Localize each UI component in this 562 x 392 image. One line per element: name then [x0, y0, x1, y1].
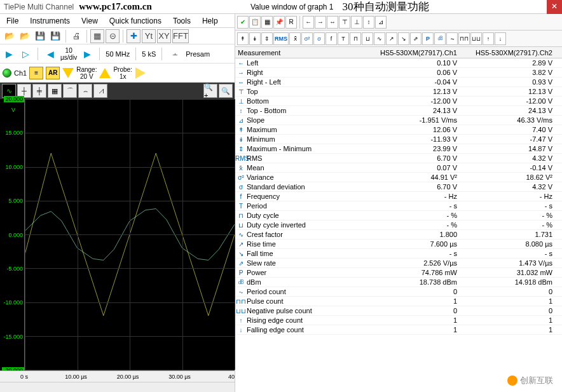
- table-row[interactable]: ⇕Maximum - Minimum23.99 V14.87 V: [235, 144, 562, 154]
- xy-icon[interactable]: XY: [157, 29, 171, 43]
- table-row[interactable]: ⊓Duty cycle- %- %: [235, 211, 562, 220]
- recent-icon[interactable]: 📂: [18, 29, 32, 43]
- graph-icon[interactable]: ▦: [90, 29, 104, 43]
- vw-slope-icon[interactable]: ⊿: [375, 16, 387, 29]
- presample-label[interactable]: Presam: [186, 50, 210, 58]
- vw-copy-icon[interactable]: 📋: [249, 16, 261, 29]
- close-button[interactable]: ✕: [547, 0, 562, 14]
- dec-range-icon[interactable]: [62, 68, 74, 78]
- yt-icon[interactable]: Yt: [142, 29, 156, 43]
- table-row[interactable]: ↑Rising edge count11: [235, 316, 562, 325]
- table-row[interactable]: ↟Maximum12.06 V7.40 V: [235, 125, 562, 135]
- graph-area[interactable]: 20.00015.00010.0005.0000.000-5.000-10.00…: [0, 99, 235, 370]
- sample-freq[interactable]: 50 MHz: [106, 50, 130, 58]
- col-measurement[interactable]: Measurement: [235, 49, 362, 57]
- vw-fedge-icon[interactable]: ↓: [495, 32, 506, 45]
- ch1-led-icon[interactable]: [3, 69, 11, 78]
- vw-left-icon[interactable]: ←: [303, 16, 314, 29]
- vw-freq-icon[interactable]: f: [326, 32, 337, 45]
- saveas-icon[interactable]: 💾: [48, 29, 62, 43]
- cursor2-icon[interactable]: ╪: [32, 84, 46, 98]
- col-ch1[interactable]: HS5-530XM(27917).Ch1: [362, 49, 461, 57]
- table-row[interactable]: TPeriod- s- s: [235, 201, 562, 211]
- col-ch2[interactable]: HS5-530XM(27917).Ch2: [461, 49, 556, 57]
- menu-view[interactable]: View: [81, 17, 98, 25]
- single-button[interactable]: ▷: [19, 48, 32, 60]
- menu-help[interactable]: Help: [202, 17, 218, 25]
- save-icon[interactable]: 💾: [33, 29, 47, 43]
- vw-pc-icon[interactable]: ⏦: [446, 32, 458, 45]
- vw-right-icon[interactable]: →: [315, 16, 326, 29]
- vw-dbm-icon[interactable]: ㏈: [434, 32, 446, 45]
- table-row[interactable]: σStandard deviation6.70 V4.32 V: [235, 182, 562, 192]
- menu-tools[interactable]: Tools: [173, 17, 191, 25]
- vw-period-icon[interactable]: T: [338, 32, 349, 45]
- table-row[interactable]: ↓Falling edge count11: [235, 325, 562, 335]
- table-row[interactable]: ↡Minimum-11.93 V-7.47 V: [235, 135, 562, 144]
- ch1-color-icon[interactable]: ≡: [29, 67, 43, 79]
- table-row[interactable]: ↕Top - Bottom24.13 V24.13 V: [235, 106, 562, 116]
- table-row[interactable]: ⊿Slope-1.951 V/ms46.33 V/ms: [235, 116, 562, 125]
- vw-pin-icon[interactable]: 📌: [273, 16, 285, 29]
- menu-quick[interactable]: Quick functions: [109, 17, 161, 25]
- vw-crest-icon[interactable]: ∿: [374, 32, 385, 45]
- print-icon[interactable]: 🖨: [69, 29, 83, 43]
- interp1-icon[interactable]: ⌒: [63, 84, 77, 98]
- zoom-in-icon[interactable]: 🔍+: [203, 84, 217, 98]
- table-row[interactable]: ㏈dBm18.738 dBm14.918 dBm: [235, 278, 562, 287]
- vw-r-icon[interactable]: R: [285, 16, 297, 29]
- table-row[interactable]: →Right0.06 V3.82 V: [235, 68, 562, 78]
- table-row[interactable]: ⊔Duty cycle inverted- %- %: [235, 220, 562, 230]
- table-row[interactable]: fFrequency- Hz- Hz: [235, 192, 562, 201]
- ch1-ar-badge[interactable]: AR: [46, 67, 60, 79]
- timebase-label[interactable]: 10µs/div: [60, 47, 77, 61]
- inc-timebase[interactable]: ▶: [81, 48, 93, 60]
- vw-fall-icon[interactable]: ↘: [398, 32, 409, 45]
- table-row[interactable]: x̄Mean0.07 V-0.14 V: [235, 163, 562, 173]
- vw-npulse-icon[interactable]: ⊔⊔: [470, 32, 482, 45]
- vw-max-icon[interactable]: ↟: [237, 32, 249, 45]
- meter-icon[interactable]: ⊝: [106, 29, 120, 43]
- vw-power-icon[interactable]: P: [422, 32, 434, 45]
- vw-lr-icon[interactable]: ↔: [327, 16, 338, 29]
- table-row[interactable]: ⊔⊔Negative pulse count00: [235, 306, 562, 316]
- vw-std-icon[interactable]: σ: [313, 32, 325, 45]
- vw-redge-icon[interactable]: ↑: [483, 32, 494, 45]
- vw-mean-icon[interactable]: x̄: [289, 32, 301, 45]
- vw-check-icon[interactable]: ✔: [237, 16, 249, 29]
- table-row[interactable]: ⊤Top12.13 V12.13 V: [235, 87, 562, 97]
- table-row[interactable]: ↗Rise time7.600 µs8.080 µs: [235, 240, 562, 249]
- plot-canvas[interactable]: [24, 99, 235, 370]
- h-scrollbar[interactable]: [0, 382, 235, 392]
- open-icon[interactable]: 📂: [3, 29, 17, 43]
- menu-instruments[interactable]: Instruments: [30, 17, 70, 25]
- vw-dutyi-icon[interactable]: ⊔: [362, 32, 373, 45]
- vw-bot-icon[interactable]: ⊥: [351, 16, 362, 29]
- vw-var-icon[interactable]: σ²: [301, 32, 313, 45]
- fft-icon[interactable]: FFT: [172, 29, 189, 43]
- vw-pulse-icon[interactable]: ⊓⊓: [458, 32, 470, 45]
- vw-rms-icon[interactable]: RMS: [273, 32, 289, 45]
- inc-range-icon[interactable]: [99, 68, 111, 78]
- sample-count[interactable]: 5 kS: [142, 50, 156, 58]
- vw-min-icon[interactable]: ↡: [249, 32, 261, 45]
- table-row[interactable]: ⊓⊓Pulse count11: [235, 297, 562, 306]
- dec-timebase[interactable]: ◀: [44, 48, 57, 60]
- table-row[interactable]: ⇗Slew rate2.526 V/µs1.473 V/µs: [235, 259, 562, 268]
- table-row[interactable]: ↔Right - Left-0.04 V0.93 V: [235, 78, 562, 87]
- table-row[interactable]: PPower74.786 mW31.032 mW: [235, 268, 562, 278]
- grid-icon[interactable]: ▦: [48, 84, 62, 98]
- probe-icon[interactable]: [135, 67, 146, 79]
- vw-grid-icon[interactable]: ▦: [261, 16, 273, 29]
- table-row[interactable]: ←Left0.10 V2.89 V: [235, 58, 562, 68]
- vw-slew-icon[interactable]: ⇗: [410, 32, 422, 45]
- add-icon[interactable]: ✚: [127, 29, 140, 43]
- table-row[interactable]: ⊥Bottom-12.00 V-12.00 V: [235, 97, 562, 106]
- interp2-icon[interactable]: ⌢: [78, 84, 92, 98]
- vw-top-icon[interactable]: ⊤: [339, 16, 350, 29]
- vw-tb-icon[interactable]: ↕: [363, 16, 374, 29]
- zoom-out-icon[interactable]: 🔍: [219, 84, 233, 98]
- interp3-icon[interactable]: ⩘: [93, 84, 107, 98]
- table-row[interactable]: ∿Crest factor1.8001.731: [235, 230, 562, 240]
- menu-file[interactable]: File: [6, 17, 18, 25]
